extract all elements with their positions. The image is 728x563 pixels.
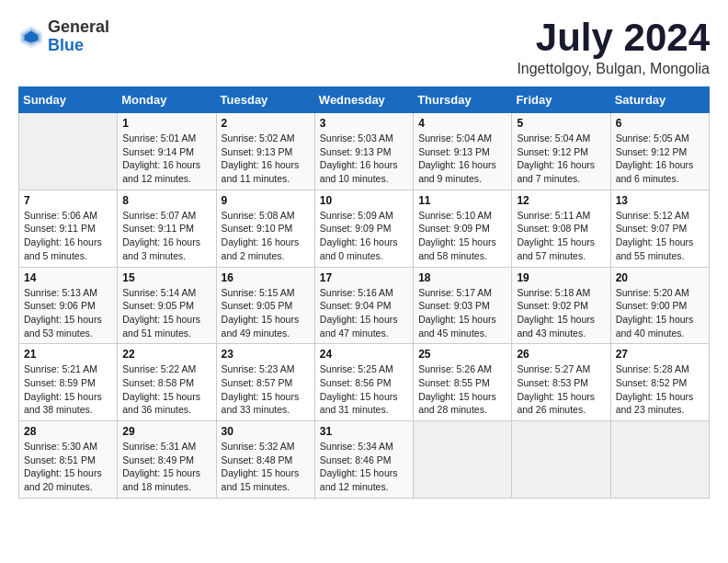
day-number: 2 xyxy=(222,117,310,130)
day-info: Sunrise: 5:25 AM Sunset: 8:56 PM Dayligh… xyxy=(320,362,408,417)
calendar-cell: 20Sunrise: 5:20 AM Sunset: 9:00 PM Dayli… xyxy=(610,267,709,344)
day-info: Sunrise: 5:20 AM Sunset: 9:00 PM Dayligh… xyxy=(616,286,704,340)
weekday-header-monday: Monday xyxy=(118,87,216,113)
day-info: Sunrise: 5:04 AM Sunset: 9:12 PM Dayligh… xyxy=(517,132,605,186)
logo-general-text: General xyxy=(48,18,109,37)
calendar-cell xyxy=(19,113,118,190)
calendar-cell: 8Sunrise: 5:07 AM Sunset: 9:11 PM Daylig… xyxy=(118,190,216,267)
day-number: 14 xyxy=(24,271,112,284)
day-number: 5 xyxy=(517,117,605,130)
day-info: Sunrise: 5:17 AM Sunset: 9:03 PM Dayligh… xyxy=(418,286,506,340)
day-info: Sunrise: 5:32 AM Sunset: 8:48 PM Dayligh… xyxy=(222,440,310,494)
day-info: Sunrise: 5:07 AM Sunset: 9:11 PM Dayligh… xyxy=(122,209,210,263)
calendar-cell: 15Sunrise: 5:14 AM Sunset: 9:05 PM Dayli… xyxy=(118,267,216,344)
day-info: Sunrise: 5:10 AM Sunset: 9:09 PM Dayligh… xyxy=(418,209,506,263)
day-number: 21 xyxy=(24,348,112,361)
day-info: Sunrise: 5:11 AM Sunset: 9:08 PM Dayligh… xyxy=(517,209,605,263)
day-number: 11 xyxy=(418,194,506,207)
calendar-cell: 28Sunrise: 5:30 AM Sunset: 8:51 PM Dayli… xyxy=(19,421,118,499)
day-number: 9 xyxy=(222,194,310,207)
day-number: 29 xyxy=(122,425,210,438)
day-number: 30 xyxy=(222,425,310,438)
logo-text: General Blue xyxy=(48,18,109,55)
logo-blue-text: Blue xyxy=(48,37,109,55)
day-info: Sunrise: 5:15 AM Sunset: 9:05 PM Dayligh… xyxy=(222,286,310,340)
weekday-header-sunday: Sunday xyxy=(19,87,118,113)
calendar-cell: 2Sunrise: 5:02 AM Sunset: 9:13 PM Daylig… xyxy=(216,113,314,190)
day-info: Sunrise: 5:27 AM Sunset: 8:53 PM Dayligh… xyxy=(517,362,605,417)
day-info: Sunrise: 5:03 AM Sunset: 9:13 PM Dayligh… xyxy=(320,132,408,186)
day-number: 19 xyxy=(517,271,605,284)
day-info: Sunrise: 5:30 AM Sunset: 8:51 PM Dayligh… xyxy=(24,440,112,494)
day-number: 20 xyxy=(616,271,704,284)
day-info: Sunrise: 5:23 AM Sunset: 8:57 PM Dayligh… xyxy=(222,362,310,417)
calendar-week-row: 1Sunrise: 5:01 AM Sunset: 9:14 PM Daylig… xyxy=(19,113,710,190)
day-number: 28 xyxy=(24,425,112,438)
day-number: 16 xyxy=(222,271,310,284)
day-number: 24 xyxy=(320,348,408,361)
logo-icon xyxy=(18,24,44,50)
calendar-cell: 26Sunrise: 5:27 AM Sunset: 8:53 PM Dayli… xyxy=(512,344,610,421)
calendar-cell: 3Sunrise: 5:03 AM Sunset: 9:13 PM Daylig… xyxy=(314,113,413,190)
day-number: 3 xyxy=(320,117,408,130)
calendar-cell xyxy=(512,421,610,499)
day-info: Sunrise: 5:28 AM Sunset: 8:52 PM Dayligh… xyxy=(616,362,704,417)
location-subtitle: Ingettolgoy, Bulgan, Mongolia xyxy=(517,61,710,77)
calendar-cell: 9Sunrise: 5:08 AM Sunset: 9:10 PM Daylig… xyxy=(216,190,314,267)
calendar-cell: 19Sunrise: 5:18 AM Sunset: 9:02 PM Dayli… xyxy=(512,267,610,344)
day-info: Sunrise: 5:09 AM Sunset: 9:09 PM Dayligh… xyxy=(320,209,408,263)
calendar-cell: 16Sunrise: 5:15 AM Sunset: 9:05 PM Dayli… xyxy=(216,267,314,344)
day-number: 27 xyxy=(616,348,704,361)
day-info: Sunrise: 5:16 AM Sunset: 9:04 PM Dayligh… xyxy=(320,286,408,340)
day-info: Sunrise: 5:26 AM Sunset: 8:55 PM Dayligh… xyxy=(418,362,506,417)
calendar-cell: 25Sunrise: 5:26 AM Sunset: 8:55 PM Dayli… xyxy=(414,344,512,421)
calendar-cell xyxy=(610,421,709,499)
calendar-cell: 14Sunrise: 5:13 AM Sunset: 9:06 PM Dayli… xyxy=(19,267,118,344)
day-info: Sunrise: 5:22 AM Sunset: 8:58 PM Dayligh… xyxy=(122,362,210,417)
day-number: 23 xyxy=(222,348,310,361)
day-info: Sunrise: 5:01 AM Sunset: 9:14 PM Dayligh… xyxy=(122,132,210,186)
day-number: 1 xyxy=(122,117,210,130)
day-info: Sunrise: 5:04 AM Sunset: 9:13 PM Dayligh… xyxy=(418,132,506,186)
calendar-cell: 24Sunrise: 5:25 AM Sunset: 8:56 PM Dayli… xyxy=(314,344,413,421)
day-info: Sunrise: 5:34 AM Sunset: 8:46 PM Dayligh… xyxy=(320,440,408,494)
calendar-week-row: 7Sunrise: 5:06 AM Sunset: 9:11 PM Daylig… xyxy=(19,190,710,267)
calendar-cell: 11Sunrise: 5:10 AM Sunset: 9:09 PM Dayli… xyxy=(414,190,512,267)
day-number: 22 xyxy=(122,348,210,361)
calendar-table: SundayMondayTuesdayWednesdayThursdayFrid… xyxy=(18,86,710,499)
calendar-cell: 22Sunrise: 5:22 AM Sunset: 8:58 PM Dayli… xyxy=(118,344,216,421)
logo: General Blue xyxy=(18,18,109,55)
day-number: 17 xyxy=(320,271,408,284)
day-number: 6 xyxy=(616,117,704,130)
calendar-cell: 6Sunrise: 5:05 AM Sunset: 9:12 PM Daylig… xyxy=(610,113,709,190)
day-number: 7 xyxy=(24,194,112,207)
calendar-cell: 31Sunrise: 5:34 AM Sunset: 8:46 PM Dayli… xyxy=(314,421,413,499)
calendar-cell: 21Sunrise: 5:21 AM Sunset: 8:59 PM Dayli… xyxy=(19,344,118,421)
day-number: 15 xyxy=(122,271,210,284)
calendar-cell: 29Sunrise: 5:31 AM Sunset: 8:49 PM Dayli… xyxy=(118,421,216,499)
calendar-week-row: 28Sunrise: 5:30 AM Sunset: 8:51 PM Dayli… xyxy=(19,421,710,499)
calendar-cell: 18Sunrise: 5:17 AM Sunset: 9:03 PM Dayli… xyxy=(414,267,512,344)
calendar-week-row: 21Sunrise: 5:21 AM Sunset: 8:59 PM Dayli… xyxy=(19,344,710,421)
day-info: Sunrise: 5:21 AM Sunset: 8:59 PM Dayligh… xyxy=(24,362,112,417)
day-number: 10 xyxy=(320,194,408,207)
calendar-cell: 5Sunrise: 5:04 AM Sunset: 9:12 PM Daylig… xyxy=(512,113,610,190)
day-info: Sunrise: 5:05 AM Sunset: 9:12 PM Dayligh… xyxy=(616,132,704,186)
calendar-cell: 23Sunrise: 5:23 AM Sunset: 8:57 PM Dayli… xyxy=(216,344,314,421)
day-number: 31 xyxy=(320,425,408,438)
day-number: 25 xyxy=(418,348,506,361)
calendar-cell: 10Sunrise: 5:09 AM Sunset: 9:09 PM Dayli… xyxy=(314,190,413,267)
day-info: Sunrise: 5:18 AM Sunset: 9:02 PM Dayligh… xyxy=(517,286,605,340)
calendar-cell: 12Sunrise: 5:11 AM Sunset: 9:08 PM Dayli… xyxy=(512,190,610,267)
weekday-header-saturday: Saturday xyxy=(610,87,709,113)
calendar-cell: 13Sunrise: 5:12 AM Sunset: 9:07 PM Dayli… xyxy=(610,190,709,267)
calendar-cell xyxy=(414,421,512,499)
day-info: Sunrise: 5:06 AM Sunset: 9:11 PM Dayligh… xyxy=(24,209,112,263)
day-info: Sunrise: 5:02 AM Sunset: 9:13 PM Dayligh… xyxy=(222,132,310,186)
day-number: 13 xyxy=(616,194,704,207)
day-number: 4 xyxy=(418,117,506,130)
day-info: Sunrise: 5:31 AM Sunset: 8:49 PM Dayligh… xyxy=(122,440,210,494)
calendar-cell: 27Sunrise: 5:28 AM Sunset: 8:52 PM Dayli… xyxy=(610,344,709,421)
day-info: Sunrise: 5:08 AM Sunset: 9:10 PM Dayligh… xyxy=(222,209,310,263)
day-info: Sunrise: 5:13 AM Sunset: 9:06 PM Dayligh… xyxy=(24,286,112,340)
